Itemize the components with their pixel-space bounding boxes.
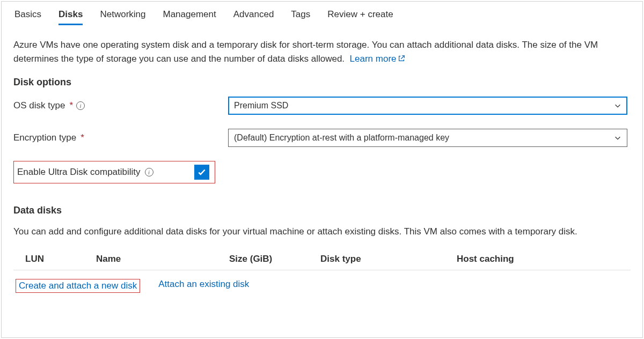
intro-text-content: Azure VMs have one operating system disk… (13, 40, 598, 64)
panel-body: Azure VMs have one operating system disk… (2, 25, 642, 293)
ultra-disk-label: Enable Ultra Disk compatibility i (17, 167, 153, 178)
data-disk-actions: Create and attach a new disk Attach an e… (13, 270, 631, 293)
external-link-icon (398, 53, 405, 67)
learn-more-link[interactable]: Learn more (350, 54, 405, 64)
encryption-type-value: (Default) Encryption at-rest with a plat… (234, 133, 449, 143)
data-disks-table-header: LUN Name Size (GiB) Disk type Host cachi… (13, 250, 631, 270)
create-attach-new-disk-link[interactable]: Create and attach a new disk (16, 279, 140, 293)
tab-advanced[interactable]: Advanced (233, 7, 274, 25)
chevron-down-icon (614, 102, 621, 109)
encryption-type-select[interactable]: (Default) Encryption at-rest with a plat… (228, 129, 627, 147)
os-disk-type-value: Premium SSD (234, 101, 288, 110)
required-marker: * (80, 132, 84, 143)
wizard-tabs: Basics Disks Networking Management Advan… (2, 2, 642, 25)
os-disk-type-row: OS disk type* i Premium SSD (13, 97, 631, 115)
info-icon[interactable]: i (76, 101, 85, 110)
tab-disks[interactable]: Disks (58, 7, 83, 25)
column-disk-type: Disk type (320, 254, 457, 264)
os-disk-type-select[interactable]: Premium SSD (228, 97, 627, 115)
required-marker: * (69, 100, 73, 111)
attach-existing-disk-link[interactable]: Attach an existing disk (158, 279, 249, 293)
column-lun: LUN (25, 254, 96, 264)
encryption-type-row: Encryption type* (Default) Encryption at… (13, 129, 631, 147)
intro-text: Azure VMs have one operating system disk… (13, 38, 631, 67)
ultra-disk-row: Enable Ultra Disk compatibility i (13, 161, 215, 183)
info-icon[interactable]: i (145, 168, 153, 176)
tab-management[interactable]: Management (163, 7, 216, 25)
checkmark-icon (197, 167, 207, 177)
column-host-caching: Host caching (457, 254, 631, 264)
os-disk-type-label: OS disk type* i (13, 100, 228, 111)
encryption-type-label: Encryption type* (13, 132, 228, 143)
chevron-down-icon (614, 134, 621, 142)
tab-tags[interactable]: Tags (291, 7, 310, 25)
column-size: Size (GiB) (229, 254, 320, 264)
disk-options-heading: Disk options (13, 77, 631, 88)
disks-panel: Basics Disks Networking Management Advan… (1, 1, 643, 338)
tab-networking[interactable]: Networking (100, 7, 145, 25)
tab-basics[interactable]: Basics (14, 7, 41, 25)
column-name: Name (96, 254, 229, 264)
data-disks-description: You can add and configure additional dat… (13, 225, 631, 239)
data-disks-heading: Data disks (13, 205, 631, 216)
ultra-disk-checkbox[interactable] (194, 165, 209, 180)
tab-review-create[interactable]: Review + create (327, 7, 393, 25)
